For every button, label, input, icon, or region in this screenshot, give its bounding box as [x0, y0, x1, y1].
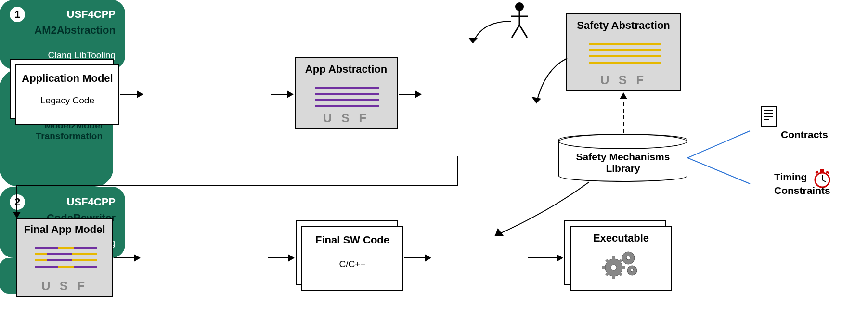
usf4cpp-2-heading: USF4CPP — [67, 196, 116, 208]
svg-point-28 — [631, 269, 634, 272]
arrow — [399, 94, 416, 95]
arrow — [528, 257, 557, 258]
arrow-head — [415, 90, 422, 98]
arrow — [404, 257, 426, 258]
arrow-head — [288, 254, 295, 262]
final-sw-subtitle: C/C++ — [302, 259, 402, 269]
usf-watermark: U S F — [567, 73, 680, 88]
svg-line-9 — [687, 131, 750, 158]
library-to-safety-arrow — [616, 91, 631, 135]
svg-marker-6 — [531, 97, 541, 103]
attrib-lines — [687, 122, 764, 194]
arrow-head — [134, 254, 141, 262]
svg-line-10 — [687, 158, 750, 184]
final-sw-code-box: Final SW Code C/C++ — [301, 226, 403, 291]
arrow — [120, 94, 138, 95]
document-icon — [761, 106, 778, 127]
final-app-title: Final App Model — [17, 223, 112, 236]
application-model-box: Application Model Legacy Code — [15, 64, 119, 125]
final-sw-title: Final SW Code — [302, 234, 402, 246]
badge-1: 1 — [10, 7, 25, 22]
elbow-h — [16, 185, 458, 186]
app-model-title: Application Model — [16, 72, 118, 85]
svg-point-24 — [611, 265, 617, 270]
safety-library-cylinder: Safety Mechanisms Library — [558, 134, 687, 182]
gears-icon — [599, 246, 643, 280]
executable-title: Executable — [571, 232, 671, 244]
final-app-model-box: Final App Model U S F — [16, 218, 113, 297]
app-model-subtitle: Legacy Code — [16, 95, 118, 106]
arrow — [114, 257, 135, 258]
app-abs-title: App Abstraction — [296, 63, 397, 76]
elbow-v2 — [16, 185, 17, 213]
svg-marker-8 — [620, 92, 627, 99]
arrow-head — [13, 212, 21, 218]
yellow-lines-icon — [589, 38, 661, 68]
library-line1: Safety Mechanisms — [559, 151, 687, 163]
svg-point-26 — [626, 256, 630, 260]
purple-lines-icon — [315, 82, 379, 112]
actor-arrow — [467, 16, 520, 55]
app-abstraction-box: App Abstraction U S F — [295, 57, 398, 129]
timing-label: Timing — [774, 171, 807, 183]
svg-line-34 — [620, 273, 622, 275]
svg-marker-5 — [468, 38, 478, 43]
executable-box: Executable — [570, 226, 672, 291]
arrow-head — [557, 254, 563, 262]
svg-line-35 — [606, 273, 608, 275]
arrow — [268, 257, 289, 258]
elbow-v1 — [457, 156, 458, 186]
arrow-head — [137, 90, 143, 98]
svg-line-36 — [620, 260, 622, 262]
safety-abstraction-box: Safety Abstraction U S F — [566, 13, 681, 91]
svg-rect-17 — [820, 169, 824, 172]
contracts-label: Contracts — [781, 129, 828, 141]
usf-watermark: U S F — [296, 111, 397, 126]
badge-2: 2 — [10, 194, 25, 210]
arrow-head — [287, 90, 294, 98]
usf4cpp-1-tool: AM2Abstraction — [10, 24, 116, 37]
svg-point-0 — [515, 2, 524, 11]
usf-watermark: U S F — [17, 279, 112, 294]
usf4cpp-1-heading: USF4CPP — [67, 8, 116, 21]
constraints-label: Constraints — [774, 185, 830, 196]
arrow — [271, 94, 288, 95]
safety-abs-title: Safety Abstraction — [567, 19, 680, 32]
safety-to-weaving-arrow — [530, 55, 573, 113]
arrow-head — [425, 254, 431, 262]
svg-line-33 — [606, 260, 608, 262]
woven-lines-icon — [35, 243, 97, 272]
weaving-sub2: Transformation — [1, 131, 103, 141]
library-line2: Library — [559, 163, 687, 174]
svg-line-4 — [519, 25, 527, 38]
